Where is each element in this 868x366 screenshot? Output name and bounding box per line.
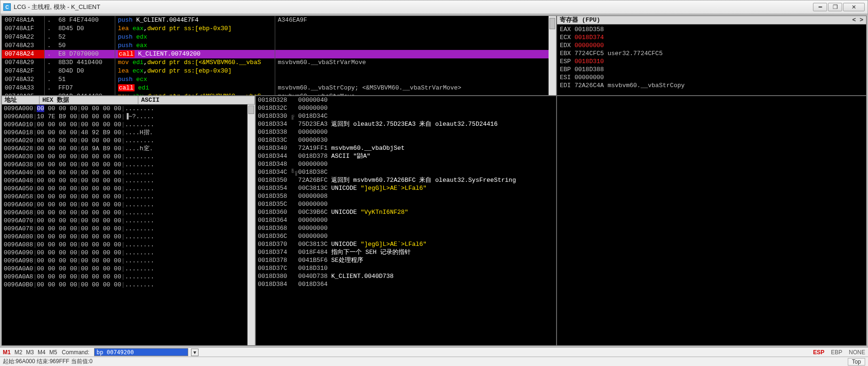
- stack-row[interactable]: 0018D374 0018F484 指向下一个 SEH 记录的指针: [258, 248, 554, 256]
- memory-page-m4[interactable]: M4: [38, 349, 46, 356]
- command-dropdown-icon[interactable]: ▾: [191, 349, 199, 356]
- register-row[interactable]: EDI 72A26C4A msvbvm60.__vbaStrCopy: [560, 81, 863, 89]
- dump-row[interactable]: 0096A000|00 00 00 00|00 00 00 00|.......…: [4, 105, 253, 113]
- dump-row[interactable]: 0096A080|00 00 00 00|00 00 00 00|.......…: [4, 233, 253, 241]
- stack-row[interactable]: 0018D34C ╚╔0018D38C: [258, 168, 554, 176]
- stack-row[interactable]: 0018D328 00000040: [258, 96, 554, 104]
- dump-row[interactable]: 0096A030|00 00 00 00|00 00 00 00|.......…: [4, 153, 253, 161]
- disasm-row[interactable]: 00748A24. E8 D7070000call K_CLIENT.00749…: [2, 50, 556, 58]
- dump-row[interactable]: 0096A028|00 00 00 00|68 9A B9 00|....h窆.: [4, 145, 253, 153]
- stack-row[interactable]: 0018D330 ╔ 0018D34C: [258, 112, 554, 120]
- window-title: LCG - 主线程, 模块 - K_CLIENT: [14, 3, 100, 11]
- dump-row[interactable]: 0096A0A8|00 00 00 00|00 00 00 00|.......…: [4, 273, 253, 281]
- window-buttons: ━ ❐ ✕: [813, 3, 865, 11]
- dump-row[interactable]: 0096A068|00 00 00 00|00 00 00 00|.......…: [4, 209, 253, 217]
- maximize-button[interactable]: ❐: [828, 3, 842, 11]
- stack-row[interactable]: 0018D360 00C39B6C UNICODE "VyKTnI6NF28": [258, 208, 554, 216]
- dump-row[interactable]: 0096A020|00 00 00 00|00 00 00 00|.......…: [4, 137, 253, 145]
- stack-row[interactable]: 0018D384 0018D364: [258, 280, 554, 288]
- dump-row[interactable]: 0096A038|00 00 00 00|00 00 00 00|.......…: [4, 161, 253, 169]
- register-row[interactable]: ESP 0018D310: [560, 57, 863, 65]
- disasm-row[interactable]: 00748A23. 50push eax: [2, 41, 556, 50]
- dump-row[interactable]: 0096A058|00 00 00 00|00 00 00 00|.......…: [4, 193, 253, 201]
- memory-pager: M1M2M3M4M5: [3, 349, 57, 356]
- registers-header: 寄存器 (FPU) < >: [557, 16, 866, 24]
- dump-hdr-ascii: ASCII: [138, 96, 255, 104]
- dump-row[interactable]: 0096A048|00 00 00 00|00 00 00 00|.......…: [4, 177, 253, 185]
- register-row[interactable]: ECX 0018D374: [560, 33, 863, 41]
- register-row[interactable]: EBP 0018D388: [560, 65, 863, 73]
- stack-row[interactable]: 0018D368 00000000: [258, 224, 554, 232]
- disasm-row[interactable]: 00748A22. 52push edx: [2, 33, 556, 41]
- stack-row[interactable]: 0018D32C 00000000: [258, 104, 554, 112]
- close-button[interactable]: ✕: [843, 3, 865, 11]
- registers-panel[interactable]: 寄存器 (FPU) < > EAX 0018D358 ECX 0018D374 …: [557, 16, 867, 96]
- stack-panel[interactable]: 0018D328 00000040 0018D32C 00000000 0018…: [255, 96, 557, 346]
- disasm-row[interactable]: 00748A1F. 8D45 D0lea eax,dword ptr ss:[e…: [2, 24, 556, 33]
- command-input[interactable]: [94, 348, 188, 356]
- register-row[interactable]: EBX 7724CFC5 user32.7724CFC5: [560, 49, 863, 57]
- stack-row[interactable]: 0018D370 00C3813C UNICODE "]egG]L>AE`>LF…: [258, 240, 554, 248]
- stack-row[interactable]: 0018D37C 0018D310: [258, 264, 554, 272]
- stack-row[interactable]: 0018D340 72A19FF1 msvbvm60.__vbaObjSet: [258, 144, 554, 152]
- regs-prev-icon[interactable]: <: [852, 16, 856, 24]
- disasm-row[interactable]: 00748A32. 51push ecx: [2, 75, 556, 84]
- disasm-scrollbar[interactable]: [549, 16, 556, 95]
- dump-row[interactable]: 0096A088|00 00 00 00|00 00 00 00|.......…: [4, 241, 253, 249]
- dump-row[interactable]: 0096A040|00 00 00 00|00 00 00 00|.......…: [4, 169, 253, 177]
- dump-row[interactable]: 0096A090|00 00 00 00|00 00 00 00|.......…: [4, 249, 253, 257]
- disasm-row[interactable]: 00748A33. FFD7call edimsvbvm60.__vbaStrC…: [2, 84, 556, 92]
- stack-row[interactable]: 0018D380 0040D738 K_CLIENT.0040D738: [258, 272, 554, 280]
- memory-dump-panel[interactable]: 地址 HEX 数据 ASCII 0096A000|00 00 00 00|00 …: [1, 96, 255, 346]
- disasm-row[interactable]: 00748A35. 8B1D 9414400mov ebx,dword ptr …: [2, 92, 556, 96]
- flag-none[interactable]: NONE: [849, 349, 865, 356]
- stack-row[interactable]: 0018D378 0041B5F6 SE处理程序: [258, 256, 554, 264]
- command-label: Command:: [62, 349, 89, 356]
- minimize-button[interactable]: ━: [813, 3, 827, 11]
- cpu-flag-indicators: ESPEBPNONE: [813, 349, 865, 356]
- dump-hdr-hex: HEX 数据: [40, 96, 138, 104]
- disasm-row[interactable]: 00748A1A. 68 F4E74400push K_CLIENT.0044E…: [2, 16, 556, 24]
- register-row[interactable]: EAX 0018D358: [560, 25, 863, 33]
- memory-page-m3[interactable]: M3: [26, 349, 34, 356]
- stack-row[interactable]: 0018D36C 00000000: [258, 232, 554, 240]
- stack-row[interactable]: 0018D35C 00000000: [258, 200, 554, 208]
- memory-page-m5[interactable]: M5: [49, 349, 57, 356]
- dump-row[interactable]: 0096A010|00 00 00 00|00 00 00 00|.......…: [4, 121, 253, 129]
- dump-scrollbar[interactable]: [247, 105, 255, 345]
- stack-row[interactable]: 0018D338 00000000: [258, 128, 554, 136]
- dump-row[interactable]: 0096A098|00 00 00 00|00 00 00 00|.......…: [4, 257, 253, 265]
- dump-hdr-addr: 地址: [2, 96, 40, 104]
- stack-row[interactable]: 0018D348 00000000: [258, 160, 554, 168]
- memory-page-m1[interactable]: M1: [3, 349, 11, 356]
- stack-row[interactable]: 0018D334 75D23EA3 返回到 oleaut32.75D23EA3 …: [258, 120, 554, 128]
- dump-header: 地址 HEX 数据 ASCII: [2, 96, 255, 105]
- stack-row[interactable]: 0018D364 00000000: [258, 216, 554, 224]
- dump-row[interactable]: 0096A0A0|00 00 00 00|00 00 00 00|.......…: [4, 265, 253, 273]
- flag-esp[interactable]: ESP: [813, 349, 824, 356]
- dump-row[interactable]: 0096A050|00 00 00 00|00 00 00 00|.......…: [4, 185, 253, 193]
- dump-row[interactable]: 0096A0B0|00 00 00 00|00 00 00 00|.......…: [4, 281, 253, 289]
- memory-page-m2[interactable]: M2: [15, 349, 23, 356]
- stack-row[interactable]: 0018D33C 00000030: [258, 136, 554, 144]
- dump-row[interactable]: 0096A018|00 00 00 00|48 92 B9 00|....H揩.: [4, 129, 253, 137]
- dump-row[interactable]: 0096A008|10 7E B9 00|00 00 00 00|▐~?....…: [4, 113, 253, 121]
- register-row[interactable]: ESI 00000000: [560, 73, 863, 81]
- status-bar: 起始:96A000 结束:969FFF 当前值:0 Top: [0, 357, 868, 366]
- disasm-row[interactable]: 00748A29. 8B3D 4410400mov edi,dword ptr …: [2, 58, 556, 67]
- dump-row[interactable]: 0096A060|00 00 00 00|00 00 00 00|.......…: [4, 201, 253, 209]
- disassembly-panel[interactable]: 00748A1A. 68 F4E74400push K_CLIENT.0044E…: [1, 16, 557, 96]
- stack-row[interactable]: 0018D344 0018D378 ASCII "鼭A": [258, 152, 554, 160]
- app-icon: C: [3, 3, 11, 11]
- stack-row[interactable]: 0018D350 72A26BFC 返回到 msvbvm60.72A26BFC …: [258, 176, 554, 184]
- dump-row[interactable]: 0096A078|00 00 00 00|00 00 00 00|.......…: [4, 225, 253, 233]
- status-text: 起始:96A000 结束:969FFF 当前值:0: [3, 358, 93, 366]
- register-row[interactable]: EDX 00000000: [560, 41, 863, 49]
- stack-row[interactable]: 0018D358 00000008: [258, 192, 554, 200]
- flag-ebp[interactable]: EBP: [831, 349, 842, 356]
- regs-next-icon[interactable]: >: [860, 16, 863, 24]
- stack-row[interactable]: 0018D354 00C3813C UNICODE "]egG]L>AE`>LF…: [258, 184, 554, 192]
- disasm-row[interactable]: 00748A2F. 8D4D D0lea ecx,dword ptr ss:[e…: [2, 67, 556, 75]
- dump-row[interactable]: 0096A070|00 00 00 00|00 00 00 00|.......…: [4, 217, 253, 225]
- top-button[interactable]: Top: [848, 358, 865, 366]
